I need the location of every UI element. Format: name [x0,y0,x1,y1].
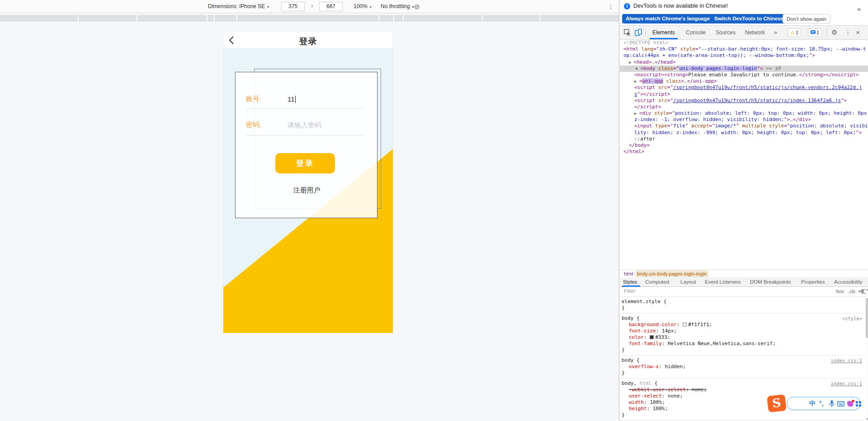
dom-tree-line[interactable]: ··· ▼ <body class="uni-body pages-login-… [620,65,868,72]
ime-punctuation-icon[interactable]: °, [819,400,824,407]
css-rule[interactable]: body {index.css:1overflow-x: hidden;} [620,356,865,379]
dom-tree-line[interactable]: ::after [620,136,868,142]
dom-tree-line[interactable]: </body> [620,142,868,149]
devtools-close-icon[interactable]: × [856,26,860,39]
dont-show-again-button[interactable]: Don't show again [783,14,830,23]
ime-menu-grid-icon[interactable] [856,401,862,407]
stray-colon-label: : [245,108,247,116]
dom-tree-line[interactable]: ▶ <head>…</head> [620,59,868,65]
scrollbar-thumb[interactable] [866,298,868,338]
more-tabs-icon[interactable]: » [774,26,777,39]
microphone-icon[interactable] [829,400,835,407]
account-input[interactable]: 11 [288,95,296,103]
color-swatch[interactable] [650,335,654,339]
css-declaration[interactable]: background-color: #f1f1f1; [622,322,863,328]
zoom-select[interactable]: 100%▾ [354,0,372,14]
dom-tree-line[interactable]: </script> [620,104,868,110]
page-title: 登录 [223,36,393,47]
settings-gear-icon[interactable]: ⚙ [831,26,837,39]
login-card: 账号: 11 : 密码: 请输入密码 登录 注册用户 [235,72,377,218]
tab-styles[interactable]: Styles [623,277,637,286]
scroll-up-icon[interactable]: ▲ [866,288,868,291]
throttling-select[interactable]: No throttling▾ [381,0,414,14]
match-language-button[interactable]: Always match Chrome's language [622,14,713,23]
dom-tree: <!DOCTYPE html><html lang="zh-CN" style=… [620,40,868,270]
active-tab-underline [650,38,678,39]
ime-lang-icon[interactable]: 中 [809,400,816,408]
device-toolbar-icon[interactable] [635,29,642,36]
css-declaration[interactable]: font-size: 14px; [622,328,863,334]
device-viewport: 登录 账号: 11 : 密码: 请输入密码 登录 注册用户 [223,32,393,333]
color-swatch[interactable] [683,323,687,327]
sogou-logo-icon[interactable]: S [767,394,787,412]
device-toolbar: Dimensions: iPhone SE▾ 375 × 667 100%▾ N… [0,0,619,13]
dom-tree-line[interactable]: op:calc(44px + env(safe-area-inset-top))… [620,52,868,59]
tab-event-listeners[interactable]: Event Listeners [705,277,741,286]
dom-tree-line[interactable]: lity: hidden; z-index: -999; width: 0px;… [620,130,868,136]
warnings-badge[interactable]: ⚠1 [788,28,801,37]
dom-tree-line[interactable]: <input type="file" accept="image/*" mult… [620,123,868,129]
dom-tree-line[interactable]: <!DOCTYPE html> [620,40,868,46]
ime-toolbar: 中 °, [787,397,861,410]
class-toggle[interactable]: .cls [848,289,855,294]
keyboard-icon[interactable] [837,401,844,407]
dimensions-times-label: × [311,0,314,13]
tab-layout[interactable]: Layout [680,277,696,286]
inspect-icon[interactable] [624,29,631,36]
switch-chinese-button[interactable]: Switch DevTools to Chinese [711,14,787,23]
dom-tree-line[interactable]: <script src="/springboot0n47u19u/front/h… [620,84,868,91]
message-icon [811,30,816,35]
hover-state-toggle[interactable]: :hov [835,289,844,294]
css-rule[interactable]: body {<style>background-color: #f1f1f1;f… [620,313,865,356]
password-input[interactable]: 请输入密码 [288,121,321,130]
tab-network[interactable]: Network [745,26,765,39]
screen: Dimensions: iPhone SE▾ 375 × 667 100%▾ N… [0,0,868,421]
dom-tree-line[interactable]: <html lang="zh-CN" style="--status-bar-h… [620,46,868,52]
css-declaration[interactable]: font-family: Helvetica Neue,Helvetica,sa… [622,341,863,347]
dom-tree-line[interactable]: </html> [620,149,868,155]
css-declaration[interactable]: overflow-x: hidden; [622,364,863,370]
chevron-down-icon: ▾ [370,5,372,9]
media-query-bar[interactable] [0,15,619,22]
dom-tree-line[interactable]: <script src="/springboot0n47u19u/front/h… [620,98,868,104]
css-source-link[interactable]: index.css:1 [830,380,862,387]
banner-text: DevTools is now available in Chinese! [633,3,728,9]
dom-tree-line[interactable]: <noscript><strong>Please enable JavaScri… [620,72,868,78]
register-link[interactable]: 注册用户 [236,186,378,195]
styles-filter-input[interactable]: Filter [624,288,636,294]
css-rule[interactable]: element.style {} [620,297,865,313]
login-button[interactable]: 登录 [275,153,335,173]
viewport-width-input[interactable]: 375 [281,2,305,11]
tab-console[interactable]: Console [686,26,706,39]
dimensions-select[interactable]: Dimensions: iPhone SE▾ [208,0,269,14]
issues-badge[interactable]: 1 [808,28,822,37]
tab-elements[interactable]: Elements [652,26,675,39]
dom-tree-line[interactable]: ▶ <div style="position: absolute; left: … [620,110,868,117]
breadcrumb-html[interactable]: html [624,270,633,277]
device-canvas: 登录 账号: 11 : 密码: 请输入密码 登录 注册用户 [0,22,619,421]
tab-sources[interactable]: Sources [716,26,736,39]
tab-dom-breakpoints[interactable]: DOM Breakpoints [750,277,791,286]
css-declaration[interactable]: color: #333; [622,334,863,341]
tab-computed[interactable]: Computed [645,277,669,286]
phone-navbar: 登录 [223,32,393,49]
ime-skin-icon[interactable] [847,401,853,407]
dom-tree-line[interactable]: z-index: -1; overflow: hidden; visibilit… [620,117,868,123]
tab-accessibility[interactable]: Accessibility [834,277,863,286]
breadcrumb-body-selected[interactable]: body.uni-body.pages-login-login [635,270,708,277]
scroll-down-icon[interactable]: ▼ [866,417,868,421]
chevron-down-icon: ▾ [267,5,269,9]
banner-close-icon[interactable]: × [857,5,861,13]
css-declaration[interactable]: -webkit-user-select: none; [622,387,863,393]
devtools-kebab-icon[interactable]: ⋮ [845,26,851,39]
styles-filter-row: Filter :hov .cls + [620,287,868,297]
block-icon[interactable]: ⊘ [414,0,420,13]
dom-tree-line[interactable]: ▶ <uni-app class>…</uni-app> [620,78,868,84]
viewport-height-input[interactable]: 667 [319,2,343,11]
tab-properties[interactable]: Properties [801,277,825,286]
dom-tree-line[interactable]: s"></script> [620,91,868,98]
toolbar-kebab-icon[interactable]: ⋮ [608,0,614,13]
css-source-link[interactable]: index.css:1 [830,357,862,364]
text-cursor [295,96,296,103]
styles-scrollbar[interactable]: ▲ ▼ [866,287,868,421]
